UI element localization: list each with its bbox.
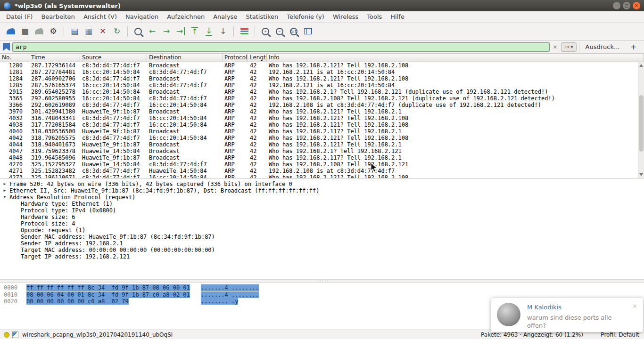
- zoom-original-button[interactable]: 1:1: [287, 25, 301, 38]
- reload-file-button[interactable]: ↻: [110, 25, 124, 38]
- scroll-up-arrow-icon[interactable]: [639, 64, 643, 67]
- menu-item-wireless[interactable]: Wireless: [329, 12, 363, 21]
- column-header-info[interactable]: Info: [267, 54, 644, 62]
- menu-item-ansicht-v[interactable]: Ansicht (V): [79, 12, 121, 21]
- filter-clear-icon[interactable]: ✕: [552, 44, 559, 50]
- packet-cell: 319.964585096: [29, 154, 80, 161]
- packet-row-1280[interactable]: 1280287.172936144c8:3d:d4:77:4d:f7Broadc…: [0, 62, 638, 69]
- packet-row-4270[interactable]: 4270325.152795327HuaweiTe_14:50:84c8:3d:…: [0, 161, 638, 168]
- menu-item-hilfe[interactable]: Hilfe: [386, 12, 409, 21]
- packet-row-1285[interactable]: 1285287.57616537416:cc:20:14:50:84c8:3d:…: [0, 82, 638, 89]
- hex-row[interactable]: 0000ff ff ff ff ff ff 8c 34 fd 9f 1b 87 …: [0, 284, 644, 291]
- restart-capture-button[interactable]: [32, 25, 46, 38]
- zoom-out-button[interactable]: −: [272, 25, 287, 38]
- collapse-arrow-icon[interactable]: ▼: [0, 194, 9, 201]
- menu-item-analyse[interactable]: Analyse: [209, 12, 241, 21]
- column-header-source[interactable]: Source: [80, 54, 147, 62]
- packet-row-4040[interactable]: 4040318.030536500HuaweiTe_9f:1b:87Broadc…: [0, 128, 638, 135]
- detail-line[interactable]: Protocol size: 4: [0, 220, 644, 227]
- packet-row-4042[interactable]: 4042318.796205575c8:3d:d4:77:4d:f716:cc:…: [0, 135, 638, 141]
- maximize-button[interactable]: □: [623, 2, 630, 9]
- detail-line[interactable]: Protocol type: IPv4 (0x0800): [0, 207, 644, 214]
- minimize-button[interactable]: –: [613, 2, 620, 9]
- packet-cell: Who has 192.168.2.117? Tell 192.168.2.1: [267, 154, 638, 161]
- colorize-button[interactable]: [237, 25, 251, 38]
- capture-options-button[interactable]: ⚙: [46, 25, 60, 38]
- column-header-length[interactable]: Length: [248, 54, 267, 62]
- open-file-button[interactable]: ▤: [67, 25, 82, 38]
- detail-line[interactable]: ▼Address Resolution Protocol (request): [0, 194, 644, 201]
- detail-line[interactable]: Sender IP address: 192.168.2.1: [0, 240, 644, 247]
- filter-input[interactable]: [12, 42, 550, 52]
- auto-scroll-button[interactable]: ↓: [216, 25, 230, 38]
- packet-row-4271[interactable]: 4271325.152823482c8:3d:d4:77:4d:f7Huawei…: [0, 168, 638, 174]
- menu-item-tools[interactable]: Tools: [363, 12, 386, 21]
- packet-row-1284[interactable]: 1284287.460902706c8:3d:d4:77:4d:f7Broadc…: [0, 75, 638, 82]
- column-header-protocol[interactable]: Protocol: [223, 54, 248, 62]
- column-header-destination[interactable]: Destination: [147, 54, 223, 62]
- expression-button[interactable]: Ausdruck...: [582, 43, 624, 50]
- detail-text: Hardware size: 6: [9, 214, 75, 220]
- filter-apply-button[interactable]: → ▾: [561, 42, 577, 52]
- close-file-button[interactable]: ✕: [96, 25, 110, 38]
- packet-row-4038[interactable]: 4038317.772081584c8:3d:d4:77:4d:f716:cc:…: [0, 121, 638, 128]
- menu-item-bearbeiten[interactable]: Bearbeiten: [37, 12, 79, 21]
- packet-row-4048[interactable]: 4048319.964585096HuaweiTe_9f:1b:87Broadc…: [0, 154, 638, 161]
- detail-line[interactable]: Hardware type: Ethernet (1): [0, 201, 644, 207]
- packet-row-1281[interactable]: 1281287.27278448116:cc:20:14:50:84c8:3d:…: [0, 69, 638, 75]
- capture-comment-icon[interactable]: [12, 331, 18, 338]
- detail-line[interactable]: ▶Frame 520: 42 bytes on wire (336 bits),…: [0, 181, 644, 187]
- detail-line[interactable]: Target IP address: 192.168.2.121: [0, 253, 644, 260]
- packet-row-3365[interactable]: 3365292.60258095516:cc:20:14:50:84c8:3d:…: [0, 95, 638, 102]
- column-header-time[interactable]: Time: [29, 54, 80, 62]
- expert-info-icon[interactable]: [4, 332, 9, 338]
- packet-cell: Who has 192.168.2.121? Tell 192.168.2.10…: [267, 75, 638, 82]
- menu-item-aufzeichnen[interactable]: Aufzeichnen: [163, 12, 209, 21]
- menu-item-datei-f[interactable]: Datei (F): [2, 12, 37, 21]
- packet-row-3366[interactable]: 3366292.602619089c8:3d:d4:77:4d:f716:cc:…: [0, 102, 638, 108]
- menu-item-telefonie-y[interactable]: Telefonie (y): [282, 12, 329, 21]
- resize-columns-button[interactable]: [301, 25, 315, 38]
- close-button[interactable]: ✕: [633, 2, 640, 9]
- detail-line[interactable]: Sender MAC address: HuaweiTe_9f:1b:87 (8…: [0, 234, 644, 240]
- menu-item-navigation[interactable]: Navigation: [121, 12, 163, 21]
- go-forward-button[interactable]: →: [159, 25, 173, 38]
- column-header-no[interactable]: No.: [0, 54, 29, 62]
- packet-row-4047[interactable]: 4047319.759623378HuaweiTe_14:50:84Broadc…: [0, 148, 638, 154]
- go-to-bottom-button[interactable]: ↓: [202, 25, 216, 38]
- scroll-down-arrow-icon[interactable]: [639, 173, 643, 176]
- add-filter-button[interactable]: +: [626, 43, 641, 51]
- detail-line[interactable]: Hardware size: 6: [0, 214, 644, 220]
- pane-splitter[interactable]: ······: [0, 279, 644, 283]
- profile-label[interactable]: Profil: Default: [601, 331, 639, 338]
- packet-cell: HuaweiTe_9f:1b:87: [80, 154, 147, 161]
- expand-arrow-icon[interactable]: ▶: [0, 187, 9, 194]
- go-to-top-button[interactable]: ↑: [188, 25, 202, 38]
- detail-line[interactable]: Target MAC address: 00:00:00_00:00:00 (0…: [0, 247, 644, 253]
- save-file-button[interactable]: ▦: [82, 25, 96, 38]
- notification-popup[interactable]: M Kalodikis warum sind diese ports alle …: [491, 298, 643, 332]
- go-back-button[interactable]: ←: [145, 25, 159, 38]
- expander-spacer: [0, 207, 9, 214]
- hex-row[interactable]: 001008 00 06 04 00 01 8c 34 fd 9f 1b 87 …: [0, 291, 644, 299]
- stop-capture-button[interactable]: ■: [18, 25, 32, 38]
- packet-row-4032[interactable]: 4032316.748043341c8:3d:d4:77:4d:f716:cc:…: [0, 115, 638, 121]
- expand-arrow-icon[interactable]: ▶: [0, 181, 9, 187]
- packet-row-4044[interactable]: 4044318.940401673HuaweiTe_9f:1b:87Broadc…: [0, 141, 638, 148]
- find-packet-button[interactable]: [131, 25, 145, 38]
- packet-cell: c8:3d:d4:77:4d:f7: [80, 121, 147, 128]
- menu-item-statistiken[interactable]: Statistiken: [241, 12, 282, 21]
- scroll-thumb[interactable]: [639, 95, 644, 152]
- packet-list-scrollbar[interactable]: [638, 62, 644, 178]
- filter-bookmark-icon[interactable]: [3, 43, 10, 51]
- start-capture-button[interactable]: [4, 25, 18, 38]
- detail-line[interactable]: Opcode: request (1): [0, 227, 644, 234]
- zoom-in-button[interactable]: +: [258, 25, 272, 38]
- packet-row-3970[interactable]: 3970301.429941380HuaweiTe_9f:1b:87Broadc…: [0, 108, 638, 115]
- packet-row-4273[interactable]: 4273325.196110671c8:3d:d4:77:4d:f716:cc:…: [0, 174, 638, 178]
- packet-cell: 4047: [0, 148, 29, 154]
- detail-line[interactable]: ▶Ethernet II, Src: HuaweiTe_9f:1b:87 (8c…: [0, 187, 644, 194]
- packet-row-2915[interactable]: 2915289.65402527816:cc:20:14:50:84Broadc…: [0, 89, 638, 95]
- notification-close-icon[interactable]: ✕: [632, 303, 637, 310]
- go-to-packet-button[interactable]: →: [173, 25, 188, 38]
